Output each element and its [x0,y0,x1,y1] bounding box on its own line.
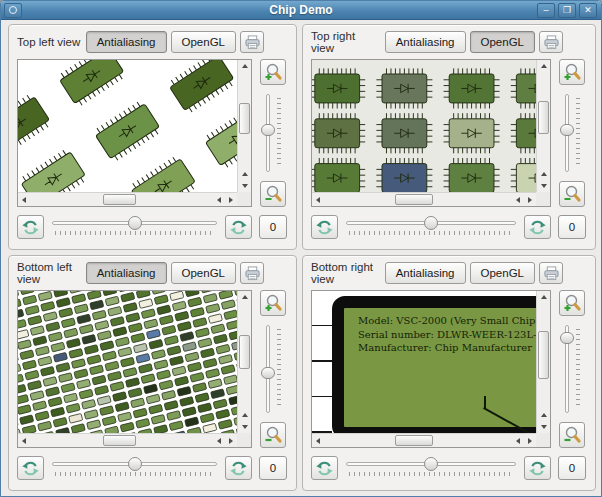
zoom-in-button[interactable] [559,59,585,85]
rotation-spinbox[interactable]: 0 [558,456,586,480]
scroll-up-arrow[interactable] [238,291,251,303]
horizontal-scrollbar-handle[interactable] [103,194,136,205]
scroll-left-arrow[interactable] [213,193,225,206]
graphics-view[interactable] [17,290,252,448]
rotation-spinbox[interactable]: 0 [259,215,287,239]
vertical-scrollbar-handle[interactable] [538,331,549,380]
scroll-down-arrow[interactable] [238,180,251,192]
graphics-view[interactable] [17,59,252,207]
zoom-in-button[interactable] [260,59,286,85]
scroll-left-arrow[interactable] [312,434,324,447]
titlebar[interactable]: Chip Demo – ❐ ✕ [1,1,601,20]
graphics-view[interactable] [311,59,551,207]
print-button[interactable] [539,31,563,53]
scroll-up-arrow[interactable] [238,60,251,72]
maximize-button[interactable]: ❐ [558,3,576,18]
zoom-out-button[interactable] [260,181,286,207]
opengl-button[interactable]: OpenGL [171,31,236,53]
view-panel-bottom-left: Bottom left view Antialiasing OpenGL [8,255,297,491]
scroll-right-arrow[interactable] [524,434,536,447]
scroll-left-arrow[interactable] [512,434,524,447]
scroll-left-arrow[interactable] [213,434,225,447]
opengl-button[interactable]: OpenGL [470,31,535,53]
scroll-left-arrow[interactable] [18,434,30,447]
rotate-slider[interactable] [344,214,518,240]
print-button[interactable] [240,31,264,53]
scroll-left-arrow[interactable] [18,193,30,206]
vertical-scrollbar-handle[interactable] [239,103,250,135]
graphics-view[interactable]: Model: VSC-2000 (Very Small Chip) at 9 S… [311,290,551,448]
opengl-button[interactable]: OpenGL [470,262,535,284]
print-button[interactable] [240,262,264,284]
rotate-left-button[interactable] [17,215,44,239]
spinbox-cell: 0 [256,451,290,485]
zoom-slider-handle[interactable] [261,124,275,136]
vertical-scrollbar[interactable] [237,291,251,433]
zoom-slider[interactable] [559,92,585,174]
rotate-right-button[interactable] [225,215,252,239]
minimize-button[interactable]: – [537,3,555,18]
rotate-right-button[interactable] [225,456,252,480]
vertical-scrollbar[interactable] [237,60,251,192]
rotate-left-button[interactable] [311,456,338,480]
scroll-down-arrow[interactable] [537,180,550,192]
rotate-left-button[interactable] [311,215,338,239]
rotate-slider[interactable] [50,455,219,481]
zoom-out-button[interactable] [559,422,585,448]
scroll-right-arrow[interactable] [225,193,237,206]
scroll-down-arrow[interactable] [537,421,550,433]
rotate-slider-handle[interactable] [424,216,438,230]
vertical-scrollbar-handle[interactable] [538,101,549,135]
rotate-slider[interactable] [50,214,219,240]
zoom-slider[interactable] [559,323,585,415]
zoom-in-button[interactable] [260,290,286,316]
horizontal-scrollbar[interactable] [18,433,237,447]
antialiasing-button[interactable]: Antialiasing [86,262,167,284]
rotate-slider-handle[interactable] [424,457,438,471]
horizontal-scrollbar-handle[interactable] [103,435,136,446]
zoom-out-button[interactable] [559,181,585,207]
rotate-slider-handle[interactable] [128,216,142,230]
scroll-right-arrow[interactable] [225,434,237,447]
scroll-up-arrow[interactable] [537,291,550,303]
scroll-up-arrow[interactable] [537,409,550,421]
window-controls: – ❐ ✕ [537,3,597,18]
scroll-right-arrow[interactable] [524,193,536,206]
rotate-right-button[interactable] [524,456,551,480]
scroll-left-arrow[interactable] [312,193,324,206]
zoom-out-button[interactable] [260,422,286,448]
zoom-slider-handle[interactable] [261,367,275,379]
zoom-slider[interactable] [260,323,286,415]
scroll-up-arrow[interactable] [537,168,550,180]
antialiasing-button[interactable]: Antialiasing [86,31,167,53]
rotation-spinbox[interactable]: 0 [558,215,586,239]
rotate-right-button[interactable] [524,215,551,239]
rotate-slider[interactable] [344,455,518,481]
vertical-scrollbar[interactable] [536,291,550,433]
rotation-spinbox[interactable]: 0 [259,456,287,480]
opengl-button[interactable]: OpenGL [171,262,236,284]
horizontal-scrollbar-handle[interactable] [395,194,433,205]
horizontal-scrollbar[interactable] [312,433,536,447]
antialiasing-button[interactable]: Antialiasing [385,31,466,53]
rotate-left-button[interactable] [17,456,44,480]
scroll-up-arrow[interactable] [238,409,251,421]
horizontal-scrollbar[interactable] [18,192,237,206]
scroll-down-arrow[interactable] [238,421,251,433]
close-button[interactable]: ✕ [579,3,597,18]
vertical-scrollbar[interactable] [536,60,550,192]
zoom-slider-handle[interactable] [560,332,574,344]
window-menu-button[interactable] [4,3,22,18]
rotate-slider-handle[interactable] [128,457,142,471]
print-button[interactable] [539,262,563,284]
zoom-slider-handle[interactable] [560,124,574,136]
scroll-up-arrow[interactable] [537,60,550,72]
zoom-in-button[interactable] [559,290,585,316]
vertical-scrollbar-handle[interactable] [239,335,250,369]
horizontal-scrollbar[interactable] [312,192,536,206]
antialiasing-button[interactable]: Antialiasing [385,262,466,284]
scroll-up-arrow[interactable] [238,168,251,180]
scroll-left-arrow[interactable] [512,193,524,206]
zoom-slider[interactable] [260,92,286,174]
horizontal-scrollbar-handle[interactable] [395,435,433,446]
